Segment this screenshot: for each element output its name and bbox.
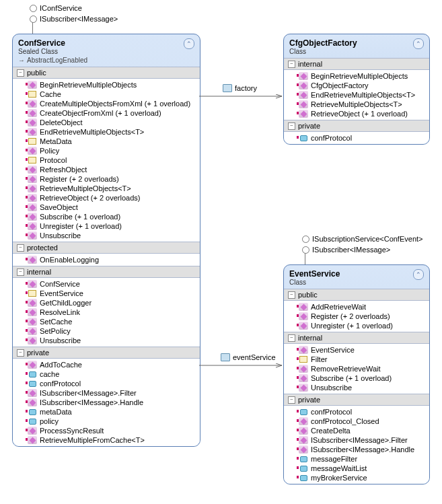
member-item[interactable]: Subscribe (+ 1 overload): [13, 212, 200, 221]
member-item[interactable]: EventService: [13, 289, 200, 298]
section-header-protected[interactable]: −protected: [13, 242, 200, 254]
member-item[interactable]: RetrieveMultipleFromCache<T>: [13, 435, 200, 445]
method-icon: [28, 436, 37, 444]
class-eventservice[interactable]: EventService Class ⌃ −publicAddRetrieveW…: [283, 264, 430, 484]
expand-icon[interactable]: −: [17, 349, 24, 357]
member-item[interactable]: BeginRetrieveMultipleObjects: [284, 71, 429, 81]
class-confservice[interactable]: ConfService Sealed Class →AbstractLogEna…: [12, 34, 200, 447]
member-item[interactable]: Unsubscribe: [13, 336, 200, 345]
method-icon: [299, 91, 308, 99]
collapse-button[interactable]: ⌃: [413, 269, 424, 280]
member-item[interactable]: metaData: [13, 407, 200, 417]
member-item[interactable]: ConfService: [13, 279, 200, 289]
collapse-button[interactable]: ⌃: [184, 38, 194, 49]
member-item[interactable]: CreateObjectFromXml (+ 1 overload): [13, 108, 200, 118]
section-header-public[interactable]: −public: [284, 289, 429, 301]
member-item[interactable]: ResolveLink: [13, 308, 200, 317]
method-icon: [28, 336, 37, 345]
member-item[interactable]: RemoveRetrieveWait: [284, 364, 429, 373]
member-name: messageFilter: [311, 455, 357, 463]
section-header-private[interactable]: −private: [284, 120, 429, 132]
member-name: confProtocol: [40, 380, 81, 388]
member-item[interactable]: Protocol: [13, 155, 200, 165]
field-icon: [223, 84, 232, 92]
member-item[interactable]: confProtocol_Closed: [284, 417, 429, 426]
member-item[interactable]: cache: [13, 369, 200, 379]
section-header-internal[interactable]: −internal: [284, 58, 429, 70]
expand-icon[interactable]: −: [288, 291, 295, 299]
member-item[interactable]: EventService: [284, 345, 429, 355]
member-item[interactable]: OnEnableLogging: [13, 255, 200, 264]
member-name: confProtocol: [311, 408, 352, 416]
member-item[interactable]: CreateMultipleObjectsFromXml (+ 1 overlo…: [13, 99, 200, 108]
method-icon: [299, 100, 308, 108]
expand-icon[interactable]: −: [288, 334, 295, 342]
member-item[interactable]: AddRetrieveWait: [284, 302, 429, 312]
member-name: RemoveRetrieveWait: [311, 365, 381, 373]
class-header: ConfService Sealed Class →AbstractLogEna…: [13, 34, 200, 67]
section-header-internal[interactable]: −internal: [13, 266, 200, 278]
field-icon: [299, 134, 308, 142]
member-item[interactable]: RetrieveObject (+ 2 overloads): [13, 193, 200, 203]
member-item[interactable]: BeginRetrieveMultipleObjects: [13, 80, 200, 89]
member-item[interactable]: confProtocol: [13, 379, 200, 388]
member-item[interactable]: confProtocol: [284, 407, 429, 417]
member-item[interactable]: Unsubscribe: [284, 383, 429, 392]
member-item[interactable]: Cache: [13, 89, 200, 99]
member-item[interactable]: Subscribe (+ 1 overload): [284, 373, 429, 383]
expand-icon[interactable]: −: [288, 396, 295, 404]
member-name: ISubscriber<IMessage>.Handle: [311, 445, 414, 454]
field-icon: [299, 455, 308, 463]
section-header-private[interactable]: −private: [13, 347, 200, 359]
member-item[interactable]: SaveObject: [13, 203, 200, 212]
member-item[interactable]: CfgObjectFactory: [284, 81, 429, 90]
expand-icon[interactable]: −: [17, 69, 24, 77]
method-icon: [299, 72, 308, 80]
member-item[interactable]: ISubscriber<IMessage>.Handle: [13, 398, 200, 407]
member-item[interactable]: Register (+ 2 overloads): [13, 174, 200, 184]
member-item[interactable]: MetaData: [13, 137, 200, 146]
member-item[interactable]: ISubscriber<IMessage>.Filter: [13, 388, 200, 398]
section-header-public[interactable]: −public: [13, 67, 200, 79]
member-item[interactable]: RetrieveMultipleObjects<T>: [284, 100, 429, 109]
collapse-button[interactable]: ⌃: [413, 38, 424, 49]
member-item[interactable]: GetChildLogger: [13, 298, 200, 308]
member-item[interactable]: SetCache: [13, 317, 200, 326]
member-list: BeginRetrieveMultipleObjectsCfgObjectFac…: [284, 70, 429, 120]
expand-icon[interactable]: −: [17, 268, 24, 276]
member-item[interactable]: EndRetrieveMultipleObjects<T>: [13, 127, 200, 137]
member-item[interactable]: messageFilter: [284, 454, 429, 464]
member-item[interactable]: messageWaitList: [284, 464, 429, 473]
member-item[interactable]: RetrieveObject (+ 1 overload): [284, 109, 429, 118]
expand-icon[interactable]: −: [288, 61, 295, 68]
member-item[interactable]: RetrieveMultipleObjects<T>: [13, 184, 200, 193]
member-item[interactable]: Unregister (+ 1 overload): [13, 221, 200, 231]
member-item[interactable]: Unregister (+ 1 overload): [284, 321, 429, 330]
class-cfgobjectfactory[interactable]: CfgObjectFactory Class ⌃ −internalBeginR…: [283, 34, 430, 145]
member-item[interactable]: Register (+ 2 overloads): [284, 312, 429, 321]
member-item[interactable]: AddToCache: [13, 360, 200, 369]
member-item[interactable]: confProtocol: [284, 133, 429, 143]
member-item[interactable]: EndRetrieveMultipleObjects<T>: [284, 90, 429, 100]
member-item[interactable]: policy: [13, 417, 200, 426]
member-item[interactable]: ISubscriber<IMessage>.Handle: [284, 445, 429, 454]
member-item[interactable]: RefreshObject: [13, 165, 200, 174]
class-kind: Class: [289, 279, 424, 286]
member-item[interactable]: ISubscriber<IMessage>.Filter: [284, 435, 429, 445]
method-icon: [28, 280, 37, 288]
expand-icon[interactable]: −: [288, 122, 295, 130]
expand-icon[interactable]: −: [17, 244, 24, 252]
member-item[interactable]: CreateDelta: [284, 426, 429, 435]
member-item[interactable]: DeleteObject: [13, 118, 200, 127]
member-item[interactable]: SetPolicy: [13, 326, 200, 336]
member-item[interactable]: Policy: [13, 146, 200, 155]
member-item[interactable]: Filter: [284, 355, 429, 364]
section-header-internal[interactable]: −internal: [284, 332, 429, 344]
member-name: CfgObjectFactory: [311, 81, 369, 89]
class-kind: Class: [289, 48, 424, 55]
section-header-private[interactable]: −private: [284, 394, 429, 406]
method-icon: [28, 222, 37, 230]
member-item[interactable]: myBrokerService: [284, 473, 429, 482]
member-item[interactable]: ProcessSyncResult: [13, 426, 200, 435]
member-item[interactable]: Unsubscribe: [13, 231, 200, 240]
